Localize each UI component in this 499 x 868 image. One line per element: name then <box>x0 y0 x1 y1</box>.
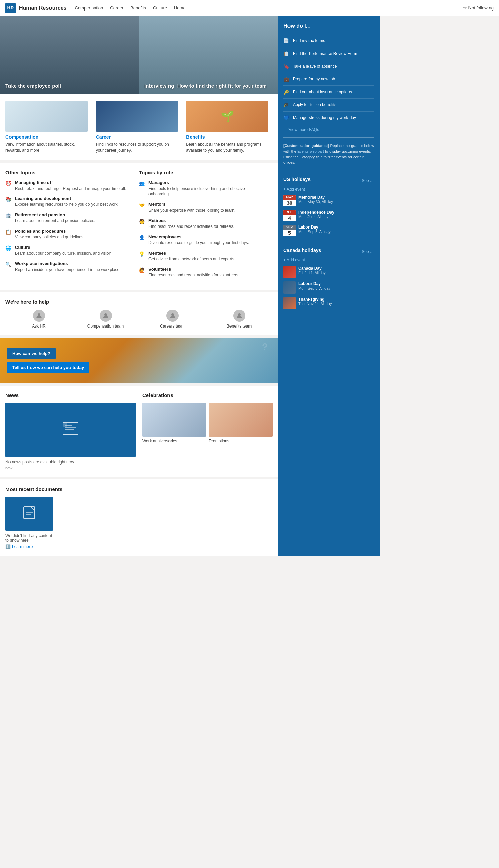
learn-more-link[interactable]: ℹ️ Learn more <box>5 544 272 549</box>
investigation-icon: 🔍 <box>5 262 12 269</box>
events-web-part-link[interactable]: Events web part <box>297 149 324 153</box>
bookmark-icon: 🔖 <box>283 64 290 69</box>
topic-culture[interactable]: 🌐 Culture Learn about our company cultur… <box>5 245 132 256</box>
card-benefits-title[interactable]: Benefits <box>186 134 268 140</box>
help-team-compensation[interactable]: Compensation team <box>72 309 139 329</box>
new-employee-icon: 👤 <box>139 235 146 242</box>
topic-title: Workplace investigations <box>15 261 121 266</box>
faq-label: Apply for tuition benefits <box>293 102 336 108</box>
culture-icon: 🌐 <box>5 245 12 252</box>
topic-mentors[interactable]: 🤝 Mentors Share your expertise with thos… <box>139 202 266 213</box>
faq-performance-review[interactable]: 📋 Find the Performance Review Form <box>283 48 374 60</box>
form-icon: 📋 <box>283 51 290 56</box>
event-name: Memorial Day <box>298 195 333 200</box>
topic-new-employees[interactable]: 👤 New employees Dive into resources to g… <box>139 234 266 246</box>
card-career-title[interactable]: Career <box>96 134 178 140</box>
nav-link-benefits[interactable]: Benefits <box>130 5 146 11</box>
hero-right-image <box>139 16 278 94</box>
mentor-icon: 🤝 <box>139 203 146 209</box>
faq-label: Find the Performance Review Form <box>293 51 357 57</box>
avatar-ask-hr <box>33 309 45 322</box>
help-team-ask-hr[interactable]: Ask HR <box>5 309 72 329</box>
faq-insurance[interactable]: 🔑 Find out about insurance options <box>283 86 374 99</box>
celebration-promotions[interactable]: Promotions <box>209 403 272 443</box>
topic-title: New employees <box>148 234 249 240</box>
nav-link-culture[interactable]: Culture <box>153 5 167 11</box>
us-event-independence: JUL 4 Independence Day Mon, Jul 4, All d… <box>283 210 374 221</box>
view-more-faqs[interactable]: → View more FAQs <box>283 127 374 132</box>
faq-new-job[interactable]: 💼 Prepare for my new job <box>283 73 374 86</box>
topic-desc: Learn about retirement and pension polic… <box>15 218 95 224</box>
faq-tuition[interactable]: 🎓 Apply for tuition benefits <box>283 99 374 112</box>
nav-follow-button[interactable]: ☆ Not following <box>463 5 494 11</box>
hero-right-text: Interviewing: How to find the right fit … <box>144 83 272 89</box>
other-topics-col: Other topics ⏰ Managing time off Rest, r… <box>5 170 139 283</box>
event-day: 4 <box>283 215 296 221</box>
canada-holidays-see-all[interactable]: See all <box>362 249 374 254</box>
us-add-event[interactable]: + Add event <box>283 187 374 192</box>
event-name: Independence Day <box>298 210 334 215</box>
card-compensation: Compensation View information about sala… <box>5 101 92 153</box>
nav-links: Compensation Career Benefits Culture Hom… <box>75 5 463 11</box>
help-team-label: Benefits team <box>227 324 252 329</box>
news-empty-text: No news posts are available right now <box>5 460 136 465</box>
document-icon: 📄 <box>283 38 290 44</box>
topic-retirement[interactable]: 🏦 Retirement and pension Learn about ret… <box>5 212 132 224</box>
faq-leave-absence[interactable]: 🔖 Take a leave of absence <box>283 60 374 73</box>
topic-retirees[interactable]: 🧑 Retirees Find resources and recent act… <box>139 218 266 230</box>
topic-mentees[interactable]: 💡 Mentees Get advice from a network of p… <box>139 250 266 262</box>
help-team-benefits[interactable]: Benefits team <box>206 309 272 329</box>
event-image-canada-day <box>283 266 296 278</box>
svg-point-2 <box>171 313 174 316</box>
documents-heading: Most recent documents <box>5 486 272 492</box>
nav-title: Human Resources <box>19 5 67 11</box>
event-time: Mon, May 30, All day <box>298 200 333 204</box>
nav-link-home[interactable]: Home <box>174 5 186 11</box>
celebrations-heading: Celebrations <box>142 392 272 398</box>
faq-tax-forms[interactable]: 📄 Find my tax forms <box>283 35 374 48</box>
canada-event-thanksgiving: Thanksgiving Thu, Nov 24, All day <box>283 297 374 309</box>
card-compensation-title[interactable]: Compensation <box>5 134 88 140</box>
event-month: MAY <box>283 195 296 200</box>
nav-link-compensation[interactable]: Compensation <box>75 5 104 11</box>
event-image-labour-day <box>283 281 296 294</box>
topic-desc: Share your expertise with those looking … <box>148 208 235 213</box>
nav-link-career[interactable]: Career <box>110 5 123 11</box>
card-benefits-image: 🌱 <box>186 101 268 132</box>
topics-grid: Other topics ⏰ Managing time off Rest, r… <box>5 170 272 283</box>
topic-managing-time-off[interactable]: ⏰ Managing time off Rest, relax, and rec… <box>5 180 132 192</box>
event-name: Canada Day <box>298 266 326 271</box>
canada-add-event[interactable]: + Add event <box>283 258 374 262</box>
hero-right[interactable]: Interviewing: How to find the right fit … <box>139 16 278 94</box>
topic-desc: Find tools to help ensure inclusive hiri… <box>148 186 266 197</box>
card-career: Career Find links to resources to suppor… <box>92 101 182 153</box>
event-time: Thu, Nov 24, All day <box>298 302 331 306</box>
help-team-careers[interactable]: Careers team <box>139 309 206 329</box>
news-section: News No news posts are available right n… <box>0 386 278 477</box>
topic-workplace[interactable]: 🔍 Workplace investigations Report an inc… <box>5 261 132 273</box>
topic-desc: View company policies and guidelines. <box>15 234 84 240</box>
banner-how-button[interactable]: How can we help? <box>7 348 56 359</box>
nav-logo: HR <box>5 3 16 13</box>
topic-policies[interactable]: 📋 Policies and procedures View company p… <box>5 229 132 240</box>
info-icon: ℹ️ <box>5 544 11 549</box>
topic-learning[interactable]: 📚 Learning and development Explore learn… <box>5 196 132 208</box>
card-benefits: 🌱 Benefits Learn about all the benefits … <box>182 101 272 153</box>
sidebar-divider-1 <box>283 137 374 138</box>
us-holidays-see-all[interactable]: See all <box>362 178 374 183</box>
topic-desc: Report an incident you have experienced … <box>15 267 121 273</box>
nc-grid: News No news posts are available right n… <box>5 392 272 470</box>
us-event-memorial: MAY 30 Memorial Day Mon, May 30, All day <box>283 195 374 207</box>
card-compensation-desc: View information about salaries, stock, … <box>5 142 88 153</box>
heart-icon: 💙 <box>283 115 290 120</box>
celebration-work-anniversaries[interactable]: Work anniversaries <box>142 403 206 443</box>
hero-left[interactable]: Take the employee poll <box>0 16 139 94</box>
topic-volunteers[interactable]: 🙋 Volunteers Find resources and recent a… <box>139 267 266 278</box>
promotions-image <box>209 403 272 437</box>
topic-managers[interactable]: 👥 Managers Find tools to help ensure inc… <box>139 180 266 197</box>
event-time: Mon, Sep 5, All day <box>298 230 330 234</box>
banner-tell-button[interactable]: Tell us how we can help you today <box>7 362 89 372</box>
topic-title: Retirement and pension <box>15 212 95 217</box>
book-icon: 📚 <box>5 197 12 204</box>
faq-stress[interactable]: 💙 Manage stress during my work day <box>283 112 374 124</box>
